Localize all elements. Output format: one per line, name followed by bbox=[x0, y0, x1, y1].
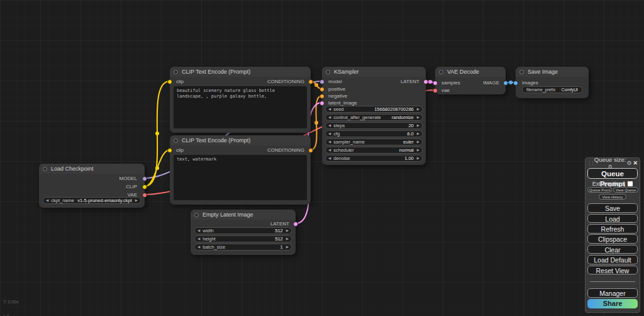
negative-input-port[interactable] bbox=[319, 94, 325, 99]
node-title-bar[interactable]: Empty Latent Image bbox=[191, 210, 296, 220]
node-title-bar[interactable]: Load Checkpoint bbox=[39, 164, 145, 174]
node-save-image[interactable]: Save Image images filename_prefix ComfyU… bbox=[516, 67, 589, 98]
collapse-dot-icon[interactable] bbox=[326, 70, 330, 74]
share-button[interactable]: Share bbox=[587, 299, 638, 308]
node-ksampler[interactable]: KSampler model positive negative latent_… bbox=[322, 67, 426, 165]
widget-label: width bbox=[203, 228, 214, 234]
queue-prompt-button[interactable]: Queue Prompt bbox=[587, 168, 638, 179]
height-widget[interactable]: ◀ height 512 ▶ bbox=[194, 235, 292, 242]
arrow-right-icon[interactable]: ▶ bbox=[286, 244, 289, 251]
scheduler-widget[interactable]: ◀ scheduler normal ▶ bbox=[325, 147, 423, 154]
arrow-left-icon[interactable]: ◀ bbox=[197, 244, 200, 251]
widget-label: filename_prefix bbox=[526, 87, 555, 92]
control-after-generate-widget[interactable]: ◀ control_after_generate randomize ▶ bbox=[325, 114, 423, 121]
conditioning-output-port[interactable] bbox=[308, 79, 313, 84]
manager-button[interactable]: Manager bbox=[587, 288, 638, 298]
conditioning-output-port[interactable] bbox=[308, 148, 313, 153]
collapse-dot-icon[interactable] bbox=[519, 70, 524, 74]
arrow-right-icon[interactable]: ▶ bbox=[286, 235, 289, 242]
widget-label: height bbox=[203, 236, 215, 242]
arrow-left-icon[interactable]: ◀ bbox=[197, 235, 200, 242]
arrow-left-icon[interactable]: ◀ bbox=[328, 147, 331, 154]
clear-button[interactable]: Clear bbox=[587, 245, 638, 254]
clipspace-button[interactable]: Clipspace bbox=[587, 234, 638, 244]
node-load-checkpoint[interactable]: Load Checkpoint MODEL CLIP VAE ◀ ckpt_na… bbox=[39, 164, 145, 208]
latent-output-port[interactable] bbox=[423, 79, 428, 84]
ckpt-name-widget[interactable]: ◀ ckpt_name v1-5-pruned-emaonly.ckpt ▶ bbox=[43, 197, 141, 204]
widget-label: denoise bbox=[333, 155, 350, 161]
arrow-left-icon[interactable]: ◀ bbox=[328, 138, 331, 145]
reset-view-button[interactable]: Reset View bbox=[587, 266, 638, 275]
load-button[interactable]: Load bbox=[587, 214, 638, 223]
node-title-bar[interactable]: CLIP Text Encode (Prompt) bbox=[170, 135, 311, 145]
node-title-bar[interactable]: Save Image bbox=[516, 67, 589, 77]
steps-widget[interactable]: ◀ steps 20 ▶ bbox=[325, 122, 423, 129]
arrow-right-icon[interactable]: ▶ bbox=[135, 197, 138, 204]
queue-front-button[interactable]: Queue Front bbox=[587, 187, 612, 193]
model-output-port[interactable] bbox=[142, 176, 147, 181]
clip-input-port[interactable] bbox=[167, 148, 172, 153]
width-widget[interactable]: ◀ width 512 ▶ bbox=[194, 227, 292, 234]
model-input-port[interactable] bbox=[319, 79, 325, 84]
vae-input-port[interactable] bbox=[433, 88, 438, 93]
node-empty-latent-image[interactable]: Empty Latent Image LATENT ◀ width 512 ▶ … bbox=[191, 210, 296, 255]
node-title-bar[interactable]: KSampler bbox=[322, 67, 426, 77]
positive-prompt-textarea[interactable]: beautiful scenery nature glass bottle la… bbox=[174, 86, 307, 128]
close-icon[interactable]: ✕ bbox=[633, 160, 638, 166]
arrow-left-icon[interactable]: ◀ bbox=[328, 130, 331, 137]
drag-handle-icon[interactable]: ⋮⋮ bbox=[587, 161, 594, 166]
collapse-dot-icon[interactable] bbox=[43, 167, 47, 171]
menu-header: ⋮⋮ Queue size: 0 ⚙ ✕ bbox=[586, 159, 640, 167]
load-default-button[interactable]: Load Default bbox=[587, 255, 638, 264]
collapse-dot-icon[interactable] bbox=[174, 70, 178, 74]
arrow-right-icon[interactable]: ▶ bbox=[417, 155, 419, 162]
negative-prompt-textarea[interactable]: text, watermark bbox=[174, 155, 307, 200]
arrow-left-icon[interactable]: ◀ bbox=[328, 122, 331, 129]
images-input-port[interactable] bbox=[513, 81, 518, 86]
positive-input-port[interactable] bbox=[319, 87, 325, 92]
filename-prefix-widget[interactable]: filename_prefix ComfyUI bbox=[522, 86, 582, 93]
arrow-left-icon[interactable]: ◀ bbox=[46, 197, 48, 204]
view-queue-button[interactable]: View Queue bbox=[613, 187, 638, 193]
seed-widget[interactable]: ◀ seed 156680208700286 ▶ bbox=[325, 106, 423, 113]
samples-input-port[interactable] bbox=[433, 81, 438, 86]
arrow-right-icon[interactable]: ▶ bbox=[286, 227, 289, 234]
arrow-right-icon[interactable]: ▶ bbox=[417, 147, 419, 154]
latent-image-input-port[interactable] bbox=[319, 101, 325, 106]
arrow-right-icon[interactable]: ▶ bbox=[417, 122, 419, 129]
image-output-port[interactable] bbox=[503, 81, 508, 86]
sampler-name-widget[interactable]: ◀ sampler_name euler ▶ bbox=[325, 138, 423, 145]
clip-input-port[interactable] bbox=[167, 79, 172, 84]
collapse-dot-icon[interactable] bbox=[194, 213, 199, 217]
arrow-right-icon[interactable]: ▶ bbox=[417, 106, 419, 113]
node-title-bar[interactable]: VAE Decode bbox=[435, 67, 506, 77]
widget-label: scheduler bbox=[333, 147, 354, 153]
collapse-dot-icon[interactable] bbox=[439, 70, 443, 74]
node-clip-text-encode-positive[interactable]: CLIP Text Encode (Prompt) clip CONDITION… bbox=[170, 67, 311, 133]
arrow-left-icon[interactable]: ◀ bbox=[328, 106, 331, 113]
arrow-left-icon[interactable]: ◀ bbox=[197, 227, 200, 234]
link-midpoint-dot bbox=[155, 166, 159, 170]
batch-size-widget[interactable]: ◀ batch_size 1 ▶ bbox=[194, 244, 292, 251]
cfg-widget[interactable]: ◀ cfg 8.0 ▶ bbox=[325, 130, 423, 137]
settings-gear-icon[interactable]: ⚙ bbox=[626, 160, 631, 166]
arrow-right-icon[interactable]: ▶ bbox=[417, 114, 419, 121]
denoise-widget[interactable]: ◀ denoise 1.00 ▶ bbox=[325, 155, 423, 162]
graph-canvas[interactable]: Load Checkpoint MODEL CLIP VAE ◀ ckpt_na… bbox=[0, 0, 644, 316]
latent-output-port[interactable] bbox=[293, 222, 298, 227]
node-clip-text-encode-negative[interactable]: CLIP Text Encode (Prompt) clip CONDITION… bbox=[170, 135, 311, 205]
refresh-button[interactable]: Refresh bbox=[587, 224, 638, 234]
arrow-right-icon[interactable]: ▶ bbox=[417, 130, 419, 137]
node-title-bar[interactable]: CLIP Text Encode (Prompt) bbox=[170, 67, 311, 77]
output-label-model: MODEL bbox=[119, 176, 137, 181]
view-history-button[interactable]: View History bbox=[599, 194, 626, 200]
arrow-right-icon[interactable]: ▶ bbox=[417, 138, 419, 145]
arrow-left-icon[interactable]: ◀ bbox=[328, 155, 331, 162]
collapse-dot-icon[interactable] bbox=[174, 138, 178, 143]
clip-output-port[interactable] bbox=[142, 184, 147, 189]
vae-output-port[interactable] bbox=[142, 193, 147, 198]
node-vae-decode[interactable]: VAE Decode samples vae IMAGE bbox=[435, 67, 506, 94]
save-button[interactable]: Save bbox=[587, 203, 638, 213]
arrow-left-icon[interactable]: ◀ bbox=[328, 114, 331, 121]
extra-options-checkbox[interactable] bbox=[628, 181, 633, 186]
